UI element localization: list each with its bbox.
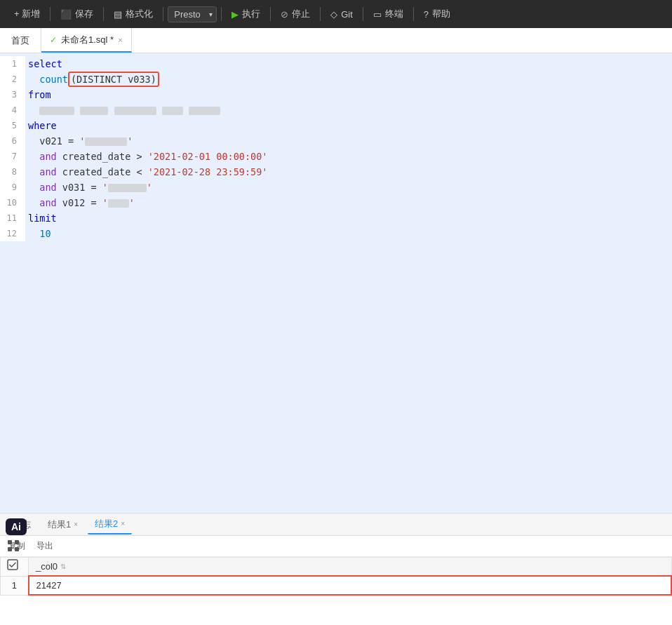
- code-line-2: 2 count(DISTINCT v033): [0, 72, 672, 87]
- line-num-1: 1: [0, 56, 25, 72]
- line-num-10: 10: [0, 195, 25, 210]
- ai-badge[interactable]: Ai: [6, 518, 27, 535]
- code-line-5: 5 where: [0, 118, 672, 133]
- divider4: [221, 7, 222, 21]
- line-num-6: 6: [0, 133, 25, 149]
- line-content-7: and created_date > '2021-02-01 00:00:00': [25, 149, 672, 164]
- code-line-12: 12 10: [0, 226, 672, 241]
- svg-rect-2: [8, 547, 12, 551]
- line-num-9: 9: [0, 180, 25, 195]
- line-content-2: count(DISTINCT v033): [25, 72, 672, 87]
- export-button[interactable]: 导出: [34, 539, 56, 553]
- line-num-5: 5: [0, 118, 25, 133]
- code-line-6: 6 v021 = '': [0, 133, 672, 149]
- col0-header[interactable]: _col0 ⇅: [29, 558, 672, 577]
- divider7: [363, 7, 363, 21]
- result-table: _col0 ⇅ 1 21427: [0, 557, 672, 596]
- line-content-12: 10: [25, 226, 672, 241]
- help-icon: ?: [424, 9, 429, 20]
- engine-select[interactable]: Presto Hive Spark: [168, 6, 217, 22]
- line-content-11: limit: [25, 210, 672, 226]
- divider8: [413, 7, 414, 21]
- format-label: 格式化: [126, 8, 153, 20]
- save-icon: ⬛: [60, 9, 72, 20]
- table-row: 1 21427: [1, 576, 672, 595]
- highlight-distinct: (DISTINCT v033): [68, 72, 159, 87]
- toolbar: + 新增 ⬛ 保存 ▤ 格式化 Presto Hive Spark ▾ ▶ 执行…: [0, 0, 672, 28]
- tab-home-label: 首页: [11, 34, 29, 47]
- stop-icon: ⊘: [281, 9, 288, 20]
- line-num-2: 2: [0, 72, 25, 87]
- tab-result1-close-icon[interactable]: ×: [74, 520, 78, 528]
- tab-bar: 首页 ✓ 未命名1.sql * ×: [0, 28, 672, 53]
- tab-result1-label: 结果1: [48, 518, 71, 531]
- tab-check-icon: ✓: [50, 35, 57, 45]
- execute-button[interactable]: ▶ 执行: [223, 4, 269, 25]
- divider3: [163, 7, 163, 21]
- code-line-1: 1 select: [0, 56, 672, 72]
- line-content-3: from: [25, 87, 672, 102]
- table-header-row: _col0 ⇅: [1, 558, 672, 577]
- divider6: [320, 7, 321, 21]
- grid-icon[interactable]: [7, 539, 20, 555]
- code-line-10: 10 and v012 = '': [0, 195, 672, 210]
- line-num-11: 11: [0, 210, 25, 226]
- tab-file[interactable]: ✓ 未命名1.sql * ×: [41, 28, 132, 53]
- bottom-tabs: 日志 结果1 × 结果2 ×: [0, 513, 672, 536]
- help-button[interactable]: ? 帮助: [415, 4, 459, 25]
- line-num-3: 3: [0, 87, 25, 102]
- stop-label: 停止: [292, 8, 310, 20]
- tab-result2-label: 结果2: [95, 518, 118, 530]
- git-button[interactable]: ◇ Git: [322, 5, 361, 24]
- line-content-10: and v012 = '': [25, 195, 672, 210]
- sort-icon: ⇅: [60, 563, 66, 570]
- terminal-button[interactable]: ▭ 终端: [365, 4, 412, 25]
- code-line-11: 11 limit: [0, 210, 672, 226]
- col0-header-label: _col0: [36, 561, 58, 572]
- new-button[interactable]: + 新增: [6, 4, 48, 25]
- help-label: 帮助: [432, 8, 450, 20]
- svg-rect-3: [15, 547, 19, 551]
- code-editor[interactable]: 1 select 2 count(DISTINCT v033) 3 from 4…: [0, 53, 672, 513]
- git-icon: ◇: [330, 9, 337, 20]
- code-line-7: 7 and created_date > '2021-02-01 00:00:0…: [0, 149, 672, 164]
- line-num-12: 12: [0, 226, 25, 241]
- code-line-3: 3 from: [0, 87, 672, 102]
- format-icon: ▤: [114, 9, 122, 20]
- tab-file-label: 未命名1.sql *: [61, 34, 114, 46]
- line-num-4: 4: [0, 102, 25, 118]
- engine-select-wrap: Presto Hive Spark ▾: [168, 6, 217, 22]
- git-label: Git: [341, 9, 353, 20]
- terminal-icon: ▭: [373, 9, 382, 20]
- check-box-icon[interactable]: [7, 559, 18, 572]
- stop-button[interactable]: ⊘ 停止: [272, 4, 318, 25]
- code-line-4: 4: [0, 102, 672, 118]
- result-toolbar: 复制 导出: [0, 536, 672, 557]
- tab-result1[interactable]: 结果1 ×: [41, 516, 85, 534]
- tab-result2-close-icon[interactable]: ×: [121, 520, 125, 527]
- line-content-8: and created_date < '2021-02-28 23:59:59': [25, 164, 672, 180]
- tab-close-icon[interactable]: ×: [118, 36, 122, 44]
- line-content-4: [25, 102, 672, 118]
- row-num-cell: 1: [1, 576, 29, 595]
- divider1: [50, 7, 51, 21]
- format-button[interactable]: ▤ 格式化: [105, 4, 161, 25]
- line-num-8: 8: [0, 164, 25, 180]
- editor-area: 1 select 2 count(DISTINCT v033) 3 from 4…: [0, 53, 672, 625]
- tab-result2[interactable]: 结果2 ×: [88, 515, 132, 535]
- terminal-label: 终端: [385, 8, 403, 20]
- svg-rect-4: [8, 560, 18, 570]
- result-cell: 21427: [29, 576, 672, 595]
- execute-label: 执行: [242, 8, 260, 20]
- divider2: [103, 7, 104, 21]
- line-content-1: select: [25, 56, 672, 72]
- svg-rect-0: [8, 540, 12, 544]
- bottom-panel: 日志 结果1 × 结果2 × 复制 导出: [0, 513, 672, 625]
- save-button[interactable]: ⬛ 保存: [52, 4, 102, 25]
- divider5: [270, 7, 271, 21]
- code-line-9: 9 and v031 = '': [0, 180, 672, 195]
- execute-icon: ▶: [231, 9, 238, 20]
- line-num-7: 7: [0, 149, 25, 164]
- line-content-6: v021 = '': [25, 133, 672, 149]
- tab-home[interactable]: 首页: [0, 28, 41, 53]
